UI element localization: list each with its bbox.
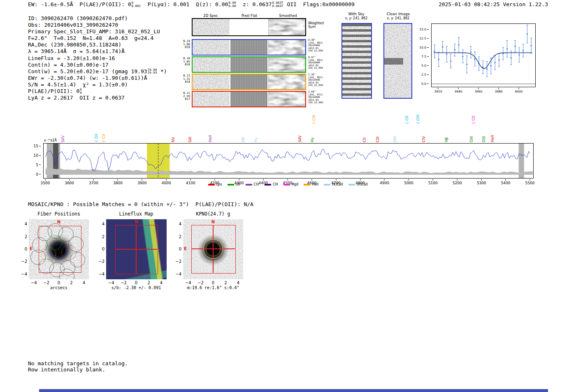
legend-color-swatch: [228, 184, 234, 186]
fiber-positions-cutout: N E: [29, 219, 89, 279]
emission-line-fit-plot: [431, 23, 536, 87]
tick-mark: [427, 65, 429, 66]
y-tick-label: 0: [95, 247, 105, 251]
spec2d-row-annotation: 0.97"(241, 862)20210406v013_02316_LU_095: [308, 56, 334, 70]
fiber-circle-red: [61, 245, 77, 260]
spectrum-legend: LyαOIICIVCIIIMgIIHeII(K)CaII(H)CaII: [177, 183, 399, 186]
legend-label: OII: [236, 183, 240, 186]
spec2d-2dspec-image: [193, 92, 230, 107]
tick-text: 3500: [40, 181, 50, 185]
tick-mark: [506, 179, 506, 181]
tick-mark: [427, 84, 429, 84]
tick-mark: [409, 179, 409, 181]
catalog-match-summary: MOSAIC/KPNO : Possible Matches = 0 (with…: [28, 201, 253, 207]
legend-label: CIV: [254, 183, 259, 186]
annotation-line: 316_LU_095: [308, 84, 334, 87]
y-tick-label: 15.0: [416, 28, 429, 31]
legend-color-swatch: [304, 184, 310, 186]
tick-text: 5500: [525, 181, 534, 185]
y-tick-label: −4: [172, 272, 181, 276]
fiber-positions-title: Fiber Positions: [28, 211, 90, 217]
spec2d-pixelflat-image: [230, 40, 267, 55]
y-tick-label: 0: [172, 247, 181, 251]
emission-line-label: CII: [362, 137, 367, 142]
x-tick-label: 3900: [137, 179, 147, 185]
tick-mark: [190, 179, 191, 181]
y-tick-label: 0: [18, 247, 27, 251]
tick-mark: [263, 179, 263, 181]
crosshair-vertical: [136, 225, 137, 274]
legend-item: (K)CaII: [324, 183, 343, 186]
spectrum-units-label: e⁻¹⁷x2Å: [44, 139, 57, 142]
x-tick-label: 5100: [428, 179, 438, 185]
emission-line-label: { OII: [94, 134, 98, 142]
compass-east-label: E: [184, 246, 187, 251]
tick-text: 3800: [113, 181, 123, 185]
legend-label: HeII: [312, 183, 318, 186]
tick-mark: [427, 29, 429, 30]
spec2d-row: [192, 18, 306, 36]
legend-item: (H)CaII: [348, 183, 368, 186]
fiber-positions-xlabel: arcsecs: [28, 285, 90, 290]
aperture-circle-inner: [206, 241, 221, 256]
compass-north-label: N: [135, 220, 138, 224]
tick-text: 2.5: [421, 73, 426, 77]
emission-line-label: SiIV: [61, 135, 65, 142]
tick-text: 4000: [515, 90, 523, 93]
legend-item: CIV: [246, 183, 259, 186]
spec2d-row-left-labels: 0.241.68018: [177, 40, 190, 49]
x-tick-label: 5400: [501, 179, 511, 185]
tick-text: 5.0: [421, 64, 426, 67]
y-tick-label: −4: [95, 272, 105, 276]
x-tick-label: 3800: [113, 179, 123, 185]
clean-image-panel: [383, 23, 412, 99]
annotation-line: 316_LU_095: [308, 67, 334, 70]
withsky-coords: x, y: 241, 862: [337, 16, 375, 20]
emission-line-label: HeII: [490, 135, 495, 142]
dark-band-artifact: [384, 58, 403, 65]
legend-color-swatch: [348, 184, 355, 186]
tick-mark: [45, 179, 45, 181]
spec2d-2dspec-image: [193, 40, 230, 55]
blank-row-note: Row intentionally blank.: [28, 366, 105, 373]
spec2d-row-annotation: 1.68"(241, 871)20210406v013_03316_LU_096: [308, 90, 334, 104]
x-tick-label: 5300: [477, 179, 486, 185]
x-tick-label: −2: [121, 281, 127, 285]
tick-mark: [530, 179, 530, 181]
spec2d-row-annotation: 1.39"(241, 862)20210406v013_03316_LU_095: [308, 73, 334, 87]
x-tick-label: 5500: [525, 179, 534, 185]
legend-color-swatch: [246, 184, 252, 186]
tick-mark: [427, 38, 429, 39]
y-tick-label: −2: [95, 259, 105, 264]
tick-mark: [336, 179, 336, 181]
spec2d-row: [192, 56, 306, 73]
x-tick-label: 5200: [453, 179, 462, 185]
kpno-cutout-xlabel: m:19.6 re:1.6" s:0.4": [182, 285, 244, 290]
clean-title: Clean Image: [379, 12, 417, 16]
y-tick-label: 4: [18, 222, 27, 226]
y-tick-label: 7.5: [416, 55, 429, 58]
tick-mark: [39, 174, 41, 174]
x-tick-label: 0: [212, 281, 214, 285]
emission-line-label: OIII: [469, 136, 474, 142]
tick-text: 3700: [89, 181, 98, 185]
spec2d-row-left-labels: 0.181.85018: [177, 57, 190, 67]
y-tick-label: 4: [95, 222, 105, 226]
x-tick-label: 3700: [89, 179, 98, 185]
tick-text: 3960: [474, 90, 482, 93]
y-tick-label: −2: [172, 259, 181, 264]
tick-text: 5300: [477, 181, 486, 185]
next-section-edge-bar: [39, 389, 548, 392]
emission-line-label: OIII: [393, 136, 397, 142]
x-tick-label: 3980: [495, 88, 502, 93]
weighted-sum-line: Sum: [308, 25, 334, 29]
tick-mark: [39, 155, 41, 156]
legend-label: MgII: [292, 183, 299, 186]
tick-text: 3940: [455, 90, 462, 93]
emission-line-label: OIII: [482, 136, 486, 142]
emission-line-label: Hγ: [254, 137, 258, 142]
legend-item: HeII: [304, 183, 318, 186]
tick-text: 7.5: [421, 55, 426, 58]
compass-north-label: N: [211, 220, 215, 224]
tick-mark: [118, 179, 118, 181]
